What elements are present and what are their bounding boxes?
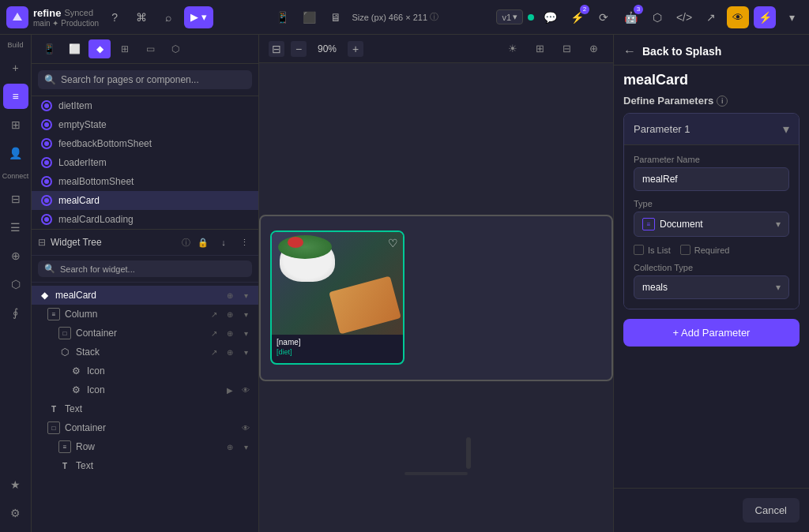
tree-item-column[interactable]: ≡ Column ↗ ⊕ ▾: [32, 305, 258, 324]
tree-add-icon-c1[interactable]: ⊕: [224, 327, 236, 339]
meal-card-preview[interactable]: mealCard ♡ [name] [diet]: [270, 230, 404, 365]
tree-eye-icon[interactable]: 👁: [239, 384, 252, 396]
tablet-icon-btn[interactable]: ⬛: [298, 6, 320, 28]
publish-btn[interactable]: ⚡: [754, 6, 776, 28]
nav-grid[interactable]: ⊞: [3, 112, 28, 137]
tree-item-container-2[interactable]: □ Container 👁: [32, 418, 258, 437]
tree-more-icon-st[interactable]: ▾: [239, 346, 252, 358]
menu-btn[interactable]: ⋮: [236, 234, 252, 250]
widget-tree-title: Widget Tree: [51, 237, 177, 248]
type-chevron-icon: [776, 219, 781, 230]
nav-users[interactable]: 👤: [3, 140, 28, 166]
tree-play-icon[interactable]: ▶: [224, 384, 236, 396]
tree-add-icon[interactable]: ⊕: [224, 289, 236, 302]
zoom-out-btn[interactable]: −: [291, 41, 307, 57]
integration-btn[interactable]: ⟳: [593, 6, 615, 28]
nav-flow[interactable]: ⬡: [3, 272, 28, 297]
align-tool[interactable]: ⊟: [556, 39, 577, 59]
tree-link-icon[interactable]: ↗: [208, 308, 220, 320]
required-check[interactable]: Required: [680, 245, 730, 255]
param-name-input[interactable]: [634, 167, 789, 191]
canvas-content: mealCard ♡ [name] [diet]: [259, 63, 613, 532]
tree-more-icon[interactable]: ▾: [239, 289, 252, 302]
add-parameter-button[interactable]: + Add Parameter: [623, 319, 800, 347]
preview-select-btn[interactable]: ▶ ▾: [184, 6, 213, 28]
dropdown-btn[interactable]: ▾: [781, 6, 803, 28]
tree-item-stack[interactable]: ⬡ Stack ↗ ⊕ ▾: [32, 343, 258, 362]
tree-eye-icon-c2[interactable]: 👁: [239, 421, 252, 434]
phone-icon-btn[interactable]: 📱: [271, 6, 293, 28]
download-btn[interactable]: ↓: [216, 234, 231, 250]
is-list-checkbox[interactable]: [634, 245, 644, 255]
tree-add-icon-col[interactable]: ⊕: [224, 308, 236, 320]
code-btn[interactable]: </>: [673, 6, 695, 28]
grid-tool[interactable]: ⊞: [529, 39, 550, 59]
fit-btn[interactable]: ⊟: [269, 41, 284, 57]
tree-add-icon-row[interactable]: ⊕: [224, 440, 236, 453]
export-btn[interactable]: ↗: [700, 6, 722, 28]
search-input[interactable]: [61, 74, 246, 85]
nav-variable[interactable]: ∮: [3, 300, 28, 325]
page-item-mealBottomSheet[interactable]: mealBottomSheet: [32, 172, 258, 191]
tree-column-icon: ≡: [47, 308, 60, 320]
search-btn[interactable]: ⌕: [157, 6, 179, 28]
nav-settings[interactable]: ⚙: [3, 500, 28, 526]
lock-btn[interactable]: 🔒: [195, 234, 211, 250]
tab-diamond[interactable]: ◆: [88, 39, 111, 58]
nav-api[interactable]: ⊕: [3, 243, 28, 268]
preview-btn[interactable]: 👁: [727, 6, 749, 28]
required-checkbox[interactable]: [680, 245, 690, 255]
icon-nav: Build + ≡ ⊞ 👤 Connect ⊟ ☰ ⊕ ⬡ ∮ ★ ⚙: [0, 35, 32, 532]
version-badge[interactable]: v1 ▾: [496, 9, 523, 24]
tab-square[interactable]: ⬜: [63, 39, 85, 58]
tree-item-container-1[interactable]: □ Container ↗ ⊕ ▾: [32, 324, 258, 343]
page-tabs: 📱 ⬜ ◆ ⊞ ▭ ⬡: [32, 35, 258, 64]
page-item-loaderItem[interactable]: LoaderItem: [32, 153, 258, 172]
nav-table[interactable]: ⊟: [3, 186, 28, 212]
zoom-in-btn[interactable]: +: [348, 41, 363, 57]
nav-add[interactable]: +: [3, 55, 28, 81]
nav-star[interactable]: ★: [3, 472, 28, 497]
is-list-check[interactable]: Is List: [634, 245, 671, 255]
chat-btn[interactable]: 💬: [539, 6, 561, 28]
page-item-mealCardLoading[interactable]: mealCardLoading: [32, 210, 258, 229]
widget-search-input[interactable]: [60, 264, 246, 274]
page-item-dietItem[interactable]: dietItem: [32, 96, 258, 115]
tree-more-icon-col[interactable]: ▾: [239, 308, 252, 320]
widget-tree-search: 🔍: [32, 256, 258, 283]
tree-item-text-2[interactable]: T Text: [32, 456, 258, 475]
sun-tool[interactable]: ☀: [502, 39, 523, 59]
tree-item-row[interactable]: ≡ Row ⊕ ▾: [32, 437, 258, 456]
tree-more-icon-row[interactable]: ▾: [239, 440, 252, 453]
tree-item-mealCard[interactable]: ◆ mealCard ⊕ ▾: [32, 286, 258, 305]
cancel-button[interactable]: Cancel: [743, 498, 800, 523]
tree-link-icon-st[interactable]: ↗: [208, 346, 220, 358]
tree-item-icon-2[interactable]: ⚙ Icon ▶ 👁: [32, 380, 258, 399]
param-header[interactable]: Parameter 1: [624, 114, 799, 144]
app-logo: [6, 6, 28, 28]
tab-phone[interactable]: 📱: [38, 39, 60, 58]
collection-chevron-icon: [776, 282, 781, 293]
tree-add-icon-st[interactable]: ⊕: [224, 346, 236, 358]
tree-item-icon-1[interactable]: ⚙ Icon: [32, 362, 258, 380]
desktop-icon-btn[interactable]: 🖥: [325, 6, 347, 28]
back-button[interactable]: ←: [623, 44, 636, 58]
help-btn[interactable]: ?: [103, 6, 126, 28]
constraint-tool[interactable]: ⊕: [583, 39, 604, 59]
tab-rect[interactable]: ▭: [139, 39, 161, 58]
resize-handle[interactable]: [466, 437, 471, 469]
collection-select[interactable]: meals: [634, 275, 789, 299]
tree-more-icon-c1[interactable]: ▾: [239, 327, 252, 339]
tree-item-text-1[interactable]: T Text: [32, 399, 258, 418]
nav-pages[interactable]: ≡: [3, 84, 28, 109]
type-select[interactable]: ≡ Document: [634, 212, 789, 237]
share-btn[interactable]: ⬡: [646, 6, 668, 28]
tab-component[interactable]: ⬡: [164, 39, 186, 58]
command-btn[interactable]: ⌘: [130, 6, 152, 28]
page-item-emptyState[interactable]: emptyState: [32, 115, 258, 134]
page-item-feedbackBottomSheet[interactable]: feedbackBottomSheet: [32, 134, 258, 153]
nav-list[interactable]: ☰: [3, 215, 28, 240]
page-item-mealCard[interactable]: mealCard: [32, 191, 258, 210]
tree-link-icon-c1[interactable]: ↗: [208, 327, 220, 339]
tab-grid[interactable]: ⊞: [114, 39, 136, 58]
